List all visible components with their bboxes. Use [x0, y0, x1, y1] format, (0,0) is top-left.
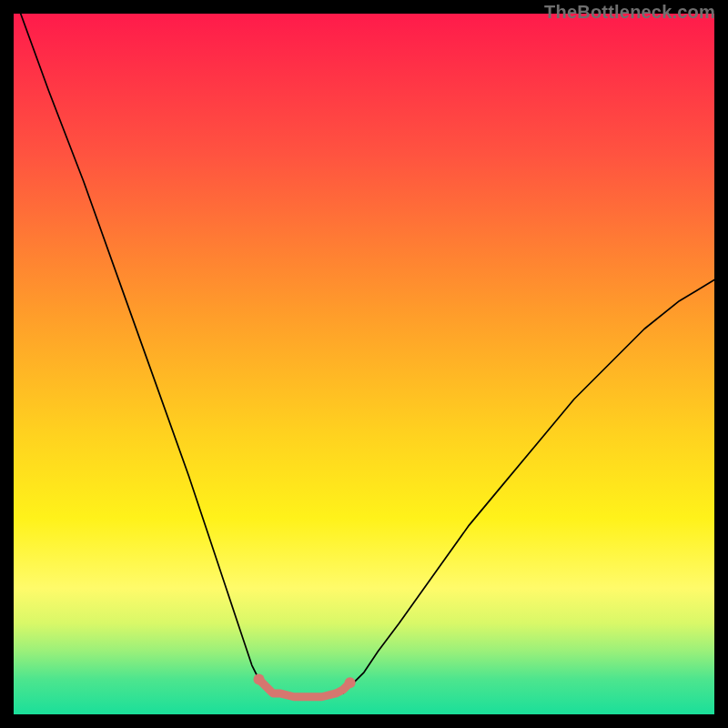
- chart-frame: TheBottleneck.com: [0, 0, 728, 728]
- series-trough-highlight-endpoint: [345, 677, 356, 688]
- watermark-text: TheBottleneck.com: [544, 2, 715, 23]
- chart-plot-area: [14, 14, 714, 714]
- chart-svg: [14, 14, 714, 714]
- series-trough-highlight-endpoint: [254, 674, 265, 685]
